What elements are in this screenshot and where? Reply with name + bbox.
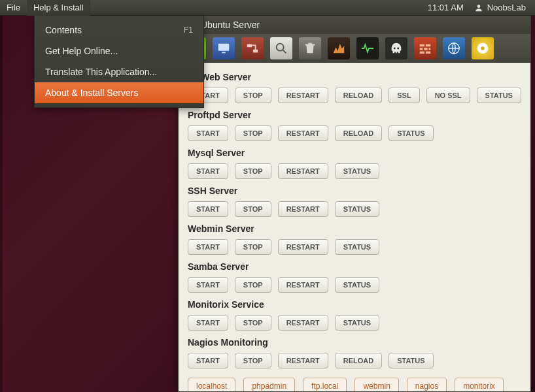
dropdown-item-label: Translate This Application...	[45, 67, 157, 77]
server-title: Proftpd Server	[188, 110, 521, 120]
status-button[interactable]: STATUS	[335, 277, 379, 293]
svg-rect-3	[247, 44, 252, 47]
link-localhost[interactable]: localhost	[188, 378, 235, 391]
link-nagios[interactable]: nagios	[407, 378, 447, 391]
status-button[interactable]: STATUS	[388, 353, 433, 368]
user-icon	[474, 3, 483, 12]
svg-rect-10	[420, 48, 423, 50]
svg-rect-11	[424, 48, 428, 50]
server-group: Monitorix ServiceSTARTSTOPRESTARTSTATUS	[188, 299, 521, 331]
svg-rect-9	[426, 44, 430, 46]
svg-rect-8	[420, 44, 424, 46]
server-title: Samba Server	[188, 261, 521, 272]
start-button[interactable]: START	[188, 277, 228, 293]
server-button-row: STARTSTOPRESTARTSTATUS	[188, 201, 521, 217]
net-icon[interactable]	[241, 37, 264, 59]
dropdown-item-label: Contents	[45, 25, 82, 35]
firewall-icon[interactable]	[414, 37, 436, 59]
link-phpadmin[interactable]: phpadmin	[243, 378, 295, 391]
svg-rect-12	[429, 48, 431, 50]
server-group: Nagios MonitoringSTARTSTOPRESTARTRELOADS…	[188, 337, 521, 368]
start-button[interactable]: START	[188, 315, 228, 331]
top-panel: File Help & Install 11:01 AM NoobsLab	[0, 0, 535, 16]
panel-user[interactable]: NoobsLab	[470, 3, 535, 12]
link-ftp-local[interactable]: ftp.local	[303, 378, 347, 391]
status-button[interactable]: STATUS	[388, 125, 433, 141]
dark-icon[interactable]	[328, 37, 350, 59]
start-button[interactable]: START	[188, 201, 228, 217]
link-webmin[interactable]: webmin	[354, 378, 398, 391]
stop-button[interactable]: STOP	[235, 277, 271, 293]
reload-button[interactable]: RELOAD	[335, 353, 382, 368]
server-group: Webmin ServerSTARTSTOPRESTARTSTATUS	[188, 223, 521, 255]
menu-help-install[interactable]: Help & Install	[27, 0, 90, 16]
window-titlebar[interactable]: Ubuntu Server	[179, 16, 530, 34]
reload-button[interactable]: RELOAD	[335, 125, 382, 141]
server-title: SSH Server	[188, 186, 521, 196]
server-title: Webmin Server	[188, 223, 521, 234]
server-button-row: STARTSTOPRESTARTSTATUS	[188, 239, 521, 255]
content-area: he Web ServerSTARTSTOPRESTARTRELOADSSLNO…	[179, 63, 530, 391]
ssl-button[interactable]: SSL	[388, 88, 419, 103]
start-button[interactable]: START	[188, 353, 228, 368]
menu-file[interactable]: File	[0, 0, 27, 16]
launcher-edge	[0, 16, 3, 392]
globe-icon[interactable]	[443, 37, 465, 59]
links-row: localhostphpadminftp.localwebminnagiosmo…	[188, 378, 521, 391]
status-button[interactable]: STATUS	[335, 315, 379, 331]
stop-button[interactable]: STOP	[235, 239, 271, 255]
panel-clock: 11:01 AM	[421, 3, 470, 12]
window-title: Ubuntu Server	[201, 20, 260, 30]
svg-rect-13	[420, 51, 424, 54]
stop-button[interactable]: STOP	[235, 315, 271, 331]
magnify-icon[interactable]	[270, 37, 292, 59]
dropdown-item-0[interactable]: ContentsF1	[35, 20, 203, 41]
restart-button[interactable]: RESTART	[278, 88, 328, 103]
link-monitorix[interactable]: monitorix	[455, 378, 504, 391]
stop-button[interactable]: STOP	[235, 353, 271, 368]
dropdown-item-3[interactable]: About & Install Servers	[35, 82, 203, 103]
stop-button[interactable]: STOP	[235, 88, 271, 103]
restart-button[interactable]: RESTART	[278, 163, 328, 179]
status-button[interactable]: STATUS	[477, 88, 521, 103]
restart-button[interactable]: RESTART	[278, 353, 328, 368]
server-button-row: STARTSTOPRESTARTRELOADSTATUS	[188, 125, 521, 141]
server-group: he Web ServerSTARTSTOPRESTARTRELOADSSLNO…	[188, 72, 521, 103]
start-button[interactable]: START	[188, 239, 228, 255]
restart-button[interactable]: RESTART	[278, 277, 328, 293]
stop-button[interactable]: STOP	[235, 125, 271, 141]
panel-user-name: NoobsLab	[487, 3, 526, 12]
reload-button[interactable]: RELOAD	[335, 88, 382, 103]
server-button-row: STARTSTOPRESTARTSTATUS	[188, 277, 521, 293]
monitor-icon[interactable]	[213, 37, 235, 59]
dropdown-item-label: About & Install Servers	[45, 88, 138, 98]
svg-rect-14	[426, 51, 430, 54]
dropdown-item-1[interactable]: Get Help Online...	[35, 41, 203, 61]
stop-button[interactable]: STOP	[235, 163, 271, 179]
restart-button[interactable]: RESTART	[278, 239, 328, 255]
stop-button[interactable]: STOP	[235, 201, 271, 217]
skull-icon[interactable]	[385, 37, 407, 59]
restart-button[interactable]: RESTART	[278, 315, 328, 331]
status-button[interactable]: STATUS	[335, 201, 379, 217]
dropdown-item-2[interactable]: Translate This Application...	[35, 61, 203, 82]
svg-rect-2	[222, 52, 226, 53]
pulse-icon[interactable]	[356, 37, 379, 59]
server-group: Mysql ServerSTARTSTOPRESTARTSTATUS	[188, 148, 521, 179]
disk-icon[interactable]	[472, 37, 494, 59]
restart-button[interactable]: RESTART	[278, 125, 328, 141]
svg-point-7	[397, 47, 399, 49]
no-ssl-button[interactable]: NO SSL	[426, 88, 470, 103]
restart-button[interactable]: RESTART	[278, 201, 328, 217]
server-button-row: STARTSTOPRESTARTSTATUS	[188, 315, 521, 331]
start-button[interactable]: START	[188, 163, 228, 179]
svg-point-6	[394, 47, 396, 49]
help-install-dropdown: ContentsF1Get Help Online...Translate Th…	[34, 16, 204, 108]
status-button[interactable]: STATUS	[335, 239, 379, 255]
status-button[interactable]: STATUS	[335, 163, 379, 179]
dropdown-item-accel: F1	[184, 25, 193, 35]
server-button-row: STARTSTOPRESTARTRELOADSSLNO SSLSTATUS	[188, 88, 521, 103]
start-button[interactable]: START	[188, 125, 228, 141]
trash-icon[interactable]	[299, 37, 321, 59]
app-window: Ubuntu Server he Web ServerSTARTSTOPREST…	[178, 16, 531, 392]
